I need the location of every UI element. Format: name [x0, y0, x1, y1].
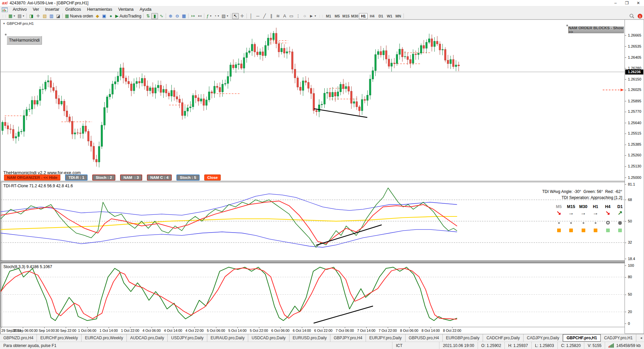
- candlestick-chart[interactable]: [1, 20, 625, 181]
- organizer-button[interactable]: Stoch : 2: [92, 174, 115, 181]
- menu-item-ventana[interactable]: Ventana: [115, 6, 137, 13]
- timeframe-button-m30[interactable]: M30: [350, 13, 359, 19]
- horizontal-line-button[interactable]: ─: [255, 13, 261, 19]
- chart-tab[interactable]: EURAUD.pro,Daily: [207, 334, 248, 342]
- restore-button[interactable]: ❐: [621, 0, 633, 6]
- data-window-button[interactable]: ✛: [35, 13, 41, 19]
- organizer-button[interactable]: NAM C : 4: [147, 174, 172, 181]
- auto-scroll-button[interactable]: ↦: [190, 13, 196, 19]
- cycles-button[interactable]: ⋮: [295, 13, 302, 19]
- price-scale[interactable]: 1.266651.265351.264051.262801.261501.260…: [625, 20, 644, 334]
- vertical-line-button[interactable]: │: [248, 13, 255, 19]
- toolbar-handle: ⋮⋮: [1, 14, 7, 18]
- scroll-left-icon[interactable]: ◄: [640, 336, 643, 340]
- timeframe-button-d1[interactable]: D1: [376, 13, 385, 19]
- scale-tick-mark: [625, 259, 626, 259]
- timeframe-button-h1[interactable]: H1: [359, 13, 368, 19]
- channel-button[interactable]: ∥: [268, 13, 275, 19]
- harmonic-indicator-button[interactable]: TheHarmonicIndi: [7, 36, 42, 45]
- chart-tab[interactable]: EURJPY.pro,Daily: [366, 334, 405, 342]
- stochastic-chart[interactable]: [1, 263, 625, 327]
- candlestick-chart-button[interactable]: ▮: [151, 13, 158, 19]
- menu-item-ver[interactable]: Ver: [30, 6, 42, 13]
- cursor-button[interactable]: ↖: [232, 13, 239, 19]
- stochastic-pane[interactable]: Stoch(8,3,3) 9.4186 5.1067: [1, 263, 625, 327]
- timeframe-button-m5[interactable]: M5: [333, 13, 341, 19]
- menu-item-ayuda[interactable]: Ayuda: [137, 6, 154, 13]
- strategy-tester-button[interactable]: ◪: [55, 13, 61, 19]
- one-click-trading-arrow[interactable]: ▼: [3, 22, 5, 25]
- chart-tab[interactable]: USDCAD.pro,Daily: [248, 334, 289, 342]
- new-chart-button[interactable]: ▦▼: [7, 13, 16, 19]
- chart-tab[interactable]: CADJPY.pro,Daily: [524, 334, 563, 342]
- chat-button[interactable]: ▣: [101, 13, 107, 19]
- trendline-button[interactable]: ╱: [261, 13, 268, 19]
- notifications-icon[interactable]: 1: [637, 13, 643, 19]
- chart-tab[interactable]: GBPCHF.pro,H1: [563, 334, 601, 342]
- menu-item-herramientas[interactable]: Herramientas: [84, 6, 115, 13]
- window-title: 4243870: Axi-US09-Live - [GBPCHF.pro,H1]: [10, 1, 89, 5]
- label-button[interactable]: ▭: [288, 13, 295, 19]
- organizer-button[interactable]: Stoch : 5: [176, 174, 200, 181]
- crosshair-button[interactable]: ✛: [239, 13, 246, 19]
- timeframe-button-m15[interactable]: M15: [341, 13, 350, 19]
- chart-tab[interactable]: EURGBP.pro,Daily: [443, 334, 483, 342]
- minimize-button[interactable]: –: [610, 0, 621, 6]
- zoom-in-button[interactable]: ⊕: [167, 13, 174, 19]
- chart-tab[interactable]: GBPNZD.pro,H4: [0, 334, 37, 342]
- timeframe-button-m1[interactable]: M1: [324, 13, 333, 19]
- tdi-chart[interactable]: [1, 182, 625, 261]
- ellipse-button[interactable]: ○: [302, 13, 308, 19]
- zoom-out-button[interactable]: ⊖: [174, 13, 180, 19]
- main-chart-pane[interactable]: ▼ GBPCHF.pro,H1 TheHarmonicIndi NAM ORDE…: [1, 20, 625, 181]
- auto-scroll-icon: ↦: [191, 14, 195, 18]
- terminal-button[interactable]: ▥: [48, 13, 55, 19]
- chart-tab[interactable]: GBPJPY.pro,H4: [330, 334, 366, 342]
- chart-tab[interactable]: EURCHF.pro,Weekly: [37, 334, 82, 342]
- market-watch-button[interactable]: ◨: [28, 13, 35, 19]
- organizer-button[interactable]: NAM ORGANIZER - << Hide: [4, 174, 60, 181]
- time-tick-label: 7 Oct 22:00: [379, 329, 397, 333]
- timeframe-button-w1[interactable]: W1: [385, 13, 394, 19]
- time-axis[interactable]: 29 Sep 202130 Sep 06:0030 Sep 14:0030 Se…: [1, 327, 625, 334]
- autotrading-button[interactable]: ▶AutoTrading: [114, 13, 142, 19]
- chart-tab[interactable]: CADCHF.pro,Daily: [483, 334, 523, 342]
- tdi-indicator-pane[interactable]: TDI-RT-Clone 71.2 42.6 56.9 42.8 41.6 TD…: [1, 182, 625, 261]
- text-button[interactable]: A: [281, 13, 288, 19]
- chart-tab[interactable]: EURUSD.pro,Daily: [289, 334, 330, 342]
- organizer-button[interactable]: TDI-R : 1: [65, 174, 88, 181]
- close-button[interactable]: ✕: [633, 0, 644, 6]
- chart-tab[interactable]: GBPUSD.pro,H4: [406, 334, 443, 342]
- line-chart-button[interactable]: ∿: [158, 13, 165, 19]
- menu-item-insertar[interactable]: Insertar: [42, 6, 62, 13]
- organizer-button[interactable]: NAM : 3: [120, 174, 142, 181]
- chart-shift-button[interactable]: ↤: [196, 13, 203, 19]
- organizer-button[interactable]: Close: [204, 174, 221, 181]
- search-icon[interactable]: [629, 13, 635, 19]
- menu-item-gráficos[interactable]: Gráficos: [62, 6, 84, 13]
- price-tick-label: 1.26535: [628, 44, 641, 48]
- chart-tab[interactable]: CADJPY.pro,H1: [601, 334, 636, 342]
- pane-splitter[interactable]: [1, 261, 625, 263]
- metaeditor-button[interactable]: ◆: [94, 13, 101, 19]
- templates-button[interactable]: ▧▼: [220, 13, 229, 19]
- timeframe-button-h4[interactable]: H4: [368, 13, 376, 19]
- fibonacci-button[interactable]: ≋: [275, 13, 281, 19]
- arrows-button[interactable]: ►▼: [308, 13, 318, 19]
- new-order-button[interactable]: ▦Nueva orden: [64, 13, 94, 19]
- periods-button[interactable]: ◔▼: [213, 13, 221, 19]
- status-mode: ICT: [392, 342, 439, 349]
- bar-chart-button[interactable]: ⇅: [145, 13, 151, 19]
- signals-button[interactable]: ●: [107, 13, 114, 19]
- chart-tab[interactable]: USDJPY.pro,Daily: [168, 334, 207, 342]
- indicators-button[interactable]: ƒ▼: [205, 13, 213, 19]
- nam-order-blocks-button[interactable]: NAM ORDER BLOCKS - Show >>: [568, 27, 624, 33]
- timeframe-button-mn[interactable]: MN: [394, 13, 402, 19]
- tile-windows-button[interactable]: ▦: [180, 13, 187, 19]
- navigator-button[interactable]: ▧: [41, 13, 48, 19]
- profiles-icon: ▤: [17, 14, 21, 18]
- chart-tab[interactable]: EURCAD.pro,Weekly: [82, 334, 127, 342]
- profiles-button[interactable]: ▤▼: [16, 13, 25, 19]
- chart-tab[interactable]: AUDCAD.pro,Daily: [127, 334, 168, 342]
- menu-item-archivo[interactable]: Archivo: [10, 6, 30, 13]
